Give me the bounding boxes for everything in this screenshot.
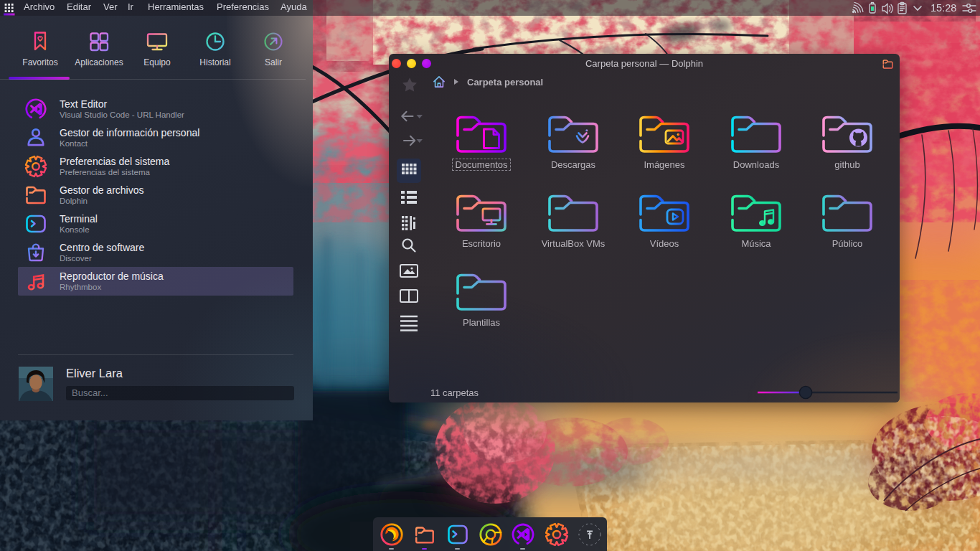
svg-text:15:28: 15:28 (930, 2, 956, 14)
